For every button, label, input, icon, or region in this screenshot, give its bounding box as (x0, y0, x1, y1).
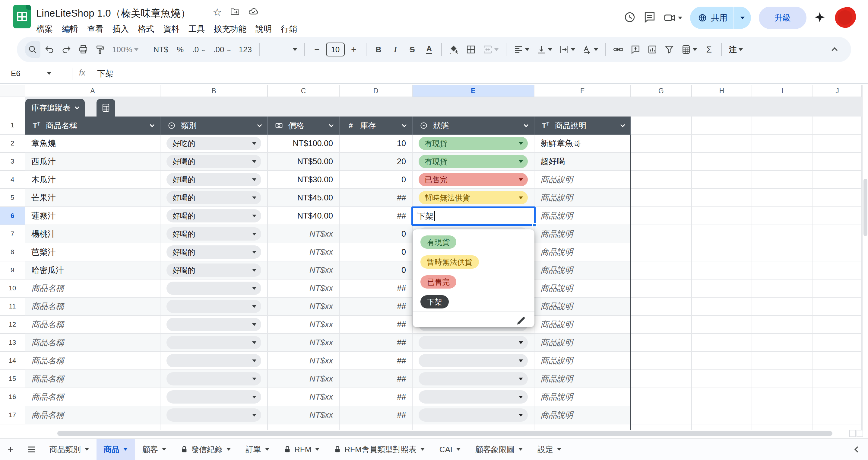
cell-H4[interactable] (692, 171, 752, 189)
cell-F4[interactable]: 商品說明 (534, 171, 631, 189)
sheet-tab-商品類別[interactable]: 商品類別 (42, 439, 96, 460)
merge-cells-button[interactable] (480, 41, 501, 58)
cell-C10[interactable]: NT$xx (268, 280, 340, 297)
cell-G17[interactable] (631, 406, 692, 424)
paint-format-button[interactable] (92, 41, 108, 58)
table-tools-button[interactable] (678, 41, 700, 58)
insert-link-button[interactable] (610, 41, 626, 58)
cell-G3[interactable] (631, 153, 692, 171)
cell-B7[interactable]: 好喝的 (160, 225, 268, 243)
column-header-F[interactable]: F (534, 85, 631, 97)
column-header-E[interactable]: E (412, 85, 534, 97)
cell-B18[interactable] (160, 424, 268, 430)
table-column-header-4[interactable]: #庫存 (340, 116, 412, 135)
category-dropdown-chip[interactable] (166, 390, 261, 404)
add-sheet-button[interactable]: + (0, 439, 21, 460)
cell-I14[interactable] (752, 352, 813, 370)
category-dropdown-chip[interactable] (166, 318, 261, 331)
increase-font-size-button[interactable]: + (346, 41, 362, 58)
cell-B4[interactable]: 好喝的 (160, 171, 268, 189)
cell-C2[interactable]: NT$100.00 (268, 135, 340, 153)
cell-J12[interactable] (813, 316, 862, 334)
cell-H1[interactable] (692, 116, 752, 135)
bold-button[interactable]: B (371, 41, 386, 58)
text-color-button[interactable]: A (421, 41, 437, 58)
cell-H16[interactable] (692, 388, 752, 406)
undo-button[interactable] (42, 41, 57, 58)
cell-B3[interactable]: 好喝的 (160, 153, 268, 171)
cell-D8[interactable]: 0 (340, 243, 412, 261)
horizontal-scrollbar[interactable] (0, 430, 868, 438)
cell-A14[interactable]: 商品名稱 (25, 352, 160, 370)
cell-J16[interactable] (813, 388, 862, 406)
cell-E2[interactable]: 有現貨 (412, 135, 534, 153)
cell-I16[interactable] (752, 388, 813, 406)
cloud-saved-icon[interactable] (248, 7, 258, 18)
cell-D15[interactable]: ## (340, 370, 412, 388)
cell-E18[interactable] (412, 424, 534, 430)
cell-D16[interactable]: ## (340, 388, 412, 406)
vertical-align-button[interactable] (533, 41, 555, 58)
comment-history-icon[interactable] (644, 11, 656, 24)
table-column-header-5[interactable]: 狀態 (412, 116, 534, 135)
cell-D18[interactable] (340, 424, 412, 430)
cell-I4[interactable] (752, 171, 813, 189)
borders-button[interactable] (463, 41, 478, 58)
cell-F8[interactable]: 商品說明 (534, 243, 631, 261)
cell-A10[interactable]: 商品名稱 (25, 280, 160, 297)
decrease-decimal-button[interactable]: .0← (189, 41, 209, 58)
table-column-header-2[interactable]: 類別 (160, 116, 268, 135)
cell-I8[interactable] (752, 243, 813, 261)
cell-C15[interactable]: NT$xx (268, 370, 340, 388)
cell-G15[interactable] (631, 370, 692, 388)
cell-G14[interactable] (631, 352, 692, 370)
fill-handle[interactable] (532, 223, 536, 227)
decrease-font-size-button[interactable]: − (309, 41, 325, 58)
cell-A11[interactable]: 商品名稱 (25, 297, 160, 316)
menu-item-6[interactable]: 資料 (159, 22, 184, 36)
category-dropdown-chip[interactable]: 好喝的 (166, 173, 261, 186)
cell-I17[interactable] (752, 406, 813, 424)
menu-item-9[interactable]: 說明 (251, 22, 276, 36)
cell-B9[interactable]: 好喝的 (160, 261, 268, 280)
status-dropdown-chip[interactable] (418, 390, 528, 404)
cell-B10[interactable] (160, 280, 268, 297)
status-dropdown-chip[interactable] (418, 354, 528, 367)
category-dropdown-chip[interactable]: 好喝的 (166, 227, 261, 240)
cell-C9[interactable]: NT$xx (268, 261, 340, 280)
cell-I11[interactable] (752, 297, 813, 316)
cell-J11[interactable] (813, 297, 862, 316)
cell-D13[interactable]: ## (340, 334, 412, 352)
cell-D11[interactable]: ## (340, 297, 412, 316)
row-header-17[interactable]: 17 (0, 406, 25, 424)
category-dropdown-chip[interactable]: 好吃的 (166, 137, 261, 150)
cell-B14[interactable] (160, 352, 268, 370)
cell-C5[interactable]: NT$45.00 (268, 189, 340, 207)
cell-D10[interactable]: ## (340, 280, 412, 297)
category-dropdown-chip[interactable] (166, 408, 261, 422)
cell-E16[interactable] (412, 388, 534, 406)
cell-D9[interactable]: 0 (340, 261, 412, 280)
vertical-scrollbar-thumb[interactable] (864, 179, 867, 236)
sheet-tab-發信紀錄[interactable]: 發信紀錄 (174, 439, 238, 460)
all-sheets-button[interactable] (21, 439, 42, 460)
cell-B17[interactable] (160, 406, 268, 424)
cell-C7[interactable]: NT$xx (268, 225, 340, 243)
cell-J2[interactable] (813, 135, 862, 153)
cell-A9[interactable]: 哈密瓜汁 (25, 261, 160, 280)
sheet-tab-CAI[interactable]: CAI (432, 439, 468, 460)
cell-J4[interactable] (813, 171, 862, 189)
cell-E14[interactable] (412, 352, 534, 370)
cell-G5[interactable] (631, 189, 692, 207)
category-dropdown-chip[interactable]: 好喝的 (166, 263, 261, 277)
cell-G6[interactable] (631, 207, 692, 225)
cell-B13[interactable] (160, 334, 268, 352)
cell-D7[interactable]: 0 (340, 225, 412, 243)
menu-item-1[interactable]: 檔案 (32, 22, 57, 36)
cell-G1[interactable] (631, 116, 692, 135)
cell-editor[interactable]: 下架 (411, 206, 536, 226)
cell-C12[interactable]: NT$xx (268, 316, 340, 334)
cell-H9[interactable] (692, 261, 752, 280)
cell-J14[interactable] (813, 352, 862, 370)
document-title[interactable]: LineLiteShop 1.0（榛美味章魚燒） (36, 7, 191, 20)
